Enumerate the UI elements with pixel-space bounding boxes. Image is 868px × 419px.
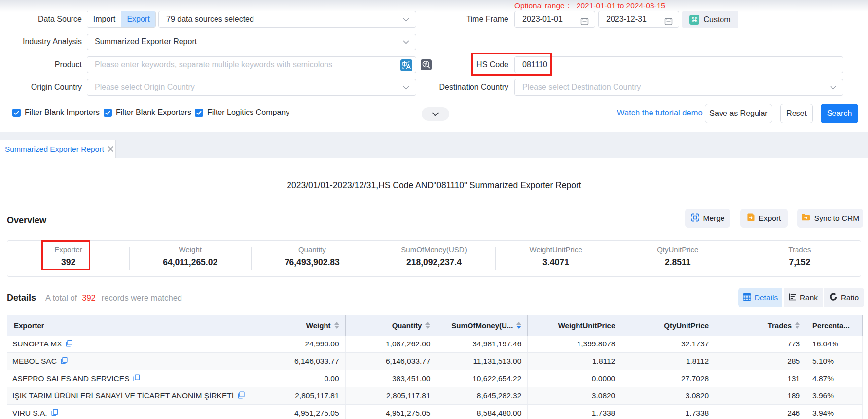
custom-range-label: Custom <box>703 15 730 24</box>
cell: 3.0820 <box>527 387 621 404</box>
checkbox-checked-icon[interactable] <box>12 109 21 117</box>
product-label: Product <box>0 56 82 73</box>
view-ratio-button[interactable]: Ratio <box>824 288 864 307</box>
overview-card-exporter: Exporter392 <box>7 241 129 276</box>
card-label: Quantity <box>251 245 373 254</box>
reset-button[interactable]: Reset <box>780 104 813 123</box>
exporter-cell: MEBOL SAC <box>7 353 252 370</box>
view-details-button[interactable]: Details <box>738 288 782 307</box>
sort-icon[interactable] <box>334 322 339 329</box>
collapse-filters-button[interactable] <box>422 107 449 121</box>
card-value: 64,011,265.02 <box>129 257 251 267</box>
tutorial-link[interactable]: Watch the tutorial demo <box>617 108 703 117</box>
sync-folder-icon <box>801 213 810 223</box>
data-source-toggle: Import Export <box>87 11 156 28</box>
cell: 246 <box>715 405 806 419</box>
card-value: 2.8511 <box>617 257 739 267</box>
column-header-quantity[interactable]: Quantity <box>345 315 436 336</box>
cell: 131 <box>715 370 806 387</box>
cell: 4.87% <box>806 370 862 387</box>
industry-analysis-select[interactable]: Summarized Exporter Report <box>87 34 416 50</box>
exporter-name[interactable]: IŞIK TARIM ÜRÜNLERİ SANAYİ VE TİCARET AN… <box>12 391 234 400</box>
sort-icon[interactable] <box>795 322 800 329</box>
sort-icon[interactable] <box>516 322 521 329</box>
end-date-input[interactable]: 2023-12-31 <box>598 11 679 28</box>
merge-button[interactable]: Merge <box>685 209 730 228</box>
card-label: Exporter <box>7 245 129 254</box>
table-row[interactable]: IŞIK TARIM ÜRÜNLERİ SANAYİ VE TİCARET AN… <box>7 387 863 405</box>
details-total: A total of392records were matched <box>45 293 182 303</box>
checkbox-checked-icon[interactable] <box>195 109 203 117</box>
card-label: WeightUnitPrice <box>495 245 617 254</box>
cell: 3.94% <box>806 405 862 419</box>
search-button[interactable]: Search <box>821 104 858 123</box>
column-label: QtyUnitPrice <box>664 321 709 330</box>
overview-card-trades: Trades7,152 <box>739 241 861 276</box>
overview-card-quantity: Quantity76,493,902.83 <box>251 241 373 276</box>
exporter-name[interactable]: ASEPRO SALES AND SERVICES <box>12 374 129 383</box>
cell: 1.7338 <box>621 405 715 419</box>
sync-to-crm-label: Sync to CRM <box>814 214 859 223</box>
column-header-percenta-: Percenta... <box>806 315 862 336</box>
filter-checkbox-0[interactable]: Filter Blank Importers <box>12 108 100 117</box>
translate-icon[interactable] <box>400 59 412 71</box>
column-label: Quantity <box>392 321 422 330</box>
cell: 3.96% <box>806 387 862 404</box>
close-tab-icon[interactable] <box>107 145 114 152</box>
exporter-name[interactable]: SUNOPTA MX <box>12 340 62 348</box>
exporter-name[interactable]: MEBOL SAC <box>12 357 57 366</box>
tab-summarized-exporter-report[interactable]: Summarized Exporter Report <box>0 140 116 158</box>
cell: 285 <box>715 353 806 370</box>
column-label: SumOfMoney(U... <box>451 321 513 330</box>
filter-panel: Data Source Import Export 79 data source… <box>0 0 868 132</box>
table-row[interactable]: ASEPRO SALES AND SERVICES0.00383,451.001… <box>7 370 863 387</box>
custom-range-button[interactable]: ⌘ Custom <box>682 11 738 28</box>
export-label: Export <box>759 214 781 223</box>
copy-icon[interactable] <box>51 409 58 418</box>
destination-country-select[interactable]: Please select Destination Country <box>514 79 843 96</box>
origin-country-select[interactable]: Please select Origin Country <box>87 79 416 96</box>
cell: 2,805,117.81 <box>252 387 345 404</box>
export-button[interactable]: Export <box>740 209 788 228</box>
table-row[interactable]: SUNOPTA MX24,990.001,087,262.0034,981,19… <box>7 336 863 353</box>
view-rank-button[interactable]: Rank <box>784 288 823 307</box>
filter-checkbox-2[interactable]: Filter Logitics Company <box>195 108 289 117</box>
cell: 8,645,282.32 <box>436 387 527 404</box>
copy-icon[interactable] <box>66 340 72 349</box>
hs-code-input[interactable]: 081110 <box>514 56 843 73</box>
exporter-name[interactable]: VIRU S.A. <box>12 409 47 418</box>
copy-icon[interactable] <box>61 357 68 366</box>
checkbox-checked-icon[interactable] <box>104 109 112 117</box>
product-keywords-input[interactable]: Please enter keywords, separate multiple… <box>87 56 416 73</box>
card-value: 7,152 <box>739 257 861 267</box>
cell: 0.00 <box>252 370 345 387</box>
filter-checkbox-1[interactable]: Filter Blank Exporters <box>104 108 191 117</box>
cell: 3.0820 <box>621 387 715 404</box>
time-frame-label: Time Frame <box>424 11 508 28</box>
table-row[interactable]: VIRU S.A.4,951,275.054,951,275.058,584,4… <box>7 405 863 419</box>
cell: 0.0000 <box>527 370 621 387</box>
sync-to-crm-button[interactable]: Sync to CRM <box>797 209 863 228</box>
copy-icon[interactable] <box>133 374 140 383</box>
column-header-weight[interactable]: Weight <box>252 315 345 336</box>
origin-country-placeholder: Please select Origin Country <box>87 79 416 95</box>
overview-cards: Exporter392Weight64,011,265.02Quantity76… <box>7 240 861 277</box>
cell: 2,805,117.81 <box>345 387 436 404</box>
cell: 189 <box>715 387 806 404</box>
copy-icon[interactable] <box>238 391 245 401</box>
save-as-regular-button[interactable]: Save as Regular <box>705 104 772 123</box>
column-header-sumofmoney-u-[interactable]: SumOfMoney(U... <box>436 315 527 336</box>
exporter-cell: VIRU S.A. <box>7 405 252 419</box>
destination-country-placeholder: Please select Destination Country <box>515 79 843 95</box>
table-row[interactable]: MEBOL SAC6,146,033.776,146,033.7711,131,… <box>7 353 863 370</box>
column-header-trades[interactable]: Trades <box>715 315 806 336</box>
column-header-qtyunitprice: QtyUnitPrice <box>621 315 715 336</box>
data-sources-select[interactable]: 79 data sources selected <box>158 11 416 28</box>
chevron-down-icon <box>403 18 409 22</box>
card-label: QtyUnitPrice <box>617 245 739 254</box>
import-toggle-button[interactable]: Import <box>87 11 121 27</box>
card-value: 3.4071 <box>495 257 617 267</box>
sort-icon[interactable] <box>425 322 430 329</box>
start-date-input[interactable]: 2023-01-01 <box>514 11 595 28</box>
export-toggle-button[interactable]: Export <box>121 11 155 27</box>
